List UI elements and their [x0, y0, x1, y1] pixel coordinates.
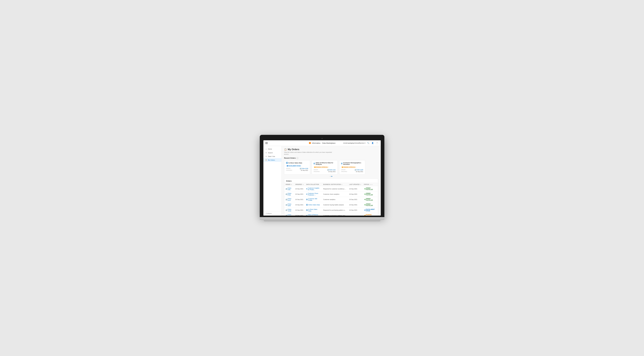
sidebar-orders-label: My Orders	[268, 159, 275, 161]
recent-orders-title: Recent Orders	[284, 157, 296, 159]
pending-dot	[364, 215, 365, 216]
user-menu[interactable]: mmodi-qastaging-fromselfservice ▾	[343, 142, 366, 144]
sidebar-item-data-i-use[interactable]: ⊙ Data I Use	[264, 154, 282, 158]
data-collection-link[interactable]: Online Sales Data	[306, 204, 321, 206]
card-2-ordered-label: ORDERED	[341, 171, 347, 172]
card-1-ordered-value: 16 Sep 2021	[328, 171, 336, 172]
card-1-ordered-row: ORDERED 16 Sep 2021	[314, 171, 336, 172]
page-title-icon: 📋	[284, 148, 287, 151]
col-status[interactable]: STATUS ⇅ ⊙	[362, 183, 378, 186]
col-last-updated[interactable]: LAST UPDATED ⇅	[348, 183, 362, 186]
order-cards-row: In-Store Sales Data FULFILLMENT STAGE OR…	[284, 160, 378, 174]
card-1-title-text: Sales & Returns Data for Analysis	[316, 162, 336, 165]
bj-cell: Required for customer excellency project…	[322, 186, 348, 192]
sidebar-nav: ⌂ Home ⊙ Search ⊙ Data I Use 📋	[264, 147, 282, 162]
recent-orders-section: Recent Orders i	[284, 157, 378, 177]
status-cell: ORDER FULFILLED	[362, 202, 378, 208]
bj-cell: Customer purchasing patterns analytics	[322, 213, 348, 216]
main-panel: 📋 My Orders View the orders and status o…	[282, 146, 381, 216]
badge-1-text: PENDING APPROVAL	[316, 166, 328, 168]
col-business-justification[interactable]: BUSINESS JUSTIFICATION ⇅	[322, 183, 348, 186]
card-0-order-label: ORDER	[286, 168, 290, 169]
svg-rect-3	[286, 162, 288, 164]
col-order[interactable]: ORDER ⇅	[284, 183, 294, 186]
dataset-small-icon	[306, 215, 307, 216]
table-row: 🔄Order-3a4b16 Sep 2021 Online Sales Data…	[284, 202, 378, 208]
card-1-order-label: ORDER	[314, 169, 318, 170]
data-icon: ⊙	[265, 156, 267, 157]
profile-button[interactable]: 👤	[371, 142, 374, 144]
order-link[interactable]: 🔄Order-5cc8	[286, 198, 293, 201]
bj-cell: Required for purchasing pattern analytic…	[322, 208, 348, 213]
product-name: Data Marketplace	[322, 142, 336, 144]
sort-ordered-icon: ⇅	[303, 184, 304, 185]
fulfilled-dot	[364, 204, 366, 205]
col-data-collection: DATA COLLECTION	[305, 183, 322, 186]
data-collection-link[interactable]: Customer Chum Prediction ...	[306, 192, 321, 196]
svg-rect-31	[306, 210, 308, 211]
order-link[interactable]: 🔄Order-c46c	[286, 187, 293, 190]
order-link[interactable]: 🔄Order-87bb	[286, 192, 293, 196]
fulfillment-dot	[364, 210, 365, 211]
app-header: i Informatica | Data Marketplace mmodi-q…	[264, 140, 381, 146]
data-collection-link[interactable]: Customer Insights for Predic...	[306, 187, 321, 190]
table-row: 🔄Order-c46c16 Sep 2021 Customer Insights…	[284, 186, 378, 192]
chevron-left-icon: ‹	[265, 213, 266, 214]
card-1-order-value[interactable]: 🔄 Order-e1dc	[327, 169, 336, 170]
card-1-title: Sales & Returns Data for Analysis	[314, 162, 336, 165]
sidebar-collapse-button[interactable]: ‹ Collapse	[264, 211, 282, 216]
col-ordered[interactable]: ORDERED ⇅	[294, 183, 305, 186]
order-link[interactable]: 🔄Order-e1dc	[286, 214, 293, 216]
last-updated-cell: 16 Sep 2021	[348, 202, 362, 208]
status-cell: ORDER FULFILLED	[362, 192, 378, 197]
sidebar-item-my-orders[interactable]: 📋 My Orders	[264, 158, 282, 162]
svg-rect-23	[306, 199, 308, 200]
card-2-title: Customer Demographics - Sensitive	[341, 162, 363, 165]
status-filter-icon[interactable]: ⊙	[372, 184, 372, 185]
order-link[interactable]: 🔄Order-3a4b	[286, 203, 293, 206]
orders-section-title: Orders	[284, 179, 378, 183]
order-card-2: Customer Demographics - Sensitive PENDIN…	[339, 160, 365, 174]
header-brand: i Informatica | Data Marketplace	[308, 142, 336, 144]
card-0-ordered-value: 16 Sep 2021	[301, 170, 308, 171]
ordered-cell: 16 Sep 2021	[294, 202, 305, 208]
badge-2-text: PENDING APPROVAL	[343, 166, 356, 168]
ordered-cell: 16 Sep 2021	[294, 192, 305, 197]
help-button[interactable]: ?	[376, 142, 379, 144]
last-updated-cell: 16 Sep 2021	[348, 197, 362, 202]
card-2-badge: PENDING APPROVAL	[341, 166, 356, 168]
badge-2-icon	[342, 167, 343, 168]
search-header-button[interactable]: 🔍	[367, 142, 370, 144]
data-collection-link[interactable]: Sales & Returns Data for An...	[306, 214, 321, 216]
sidebar-item-search[interactable]: ⊙ Search	[264, 151, 282, 154]
table-header: ORDER ⇅ ORDERED ⇅ DATA COLLE	[284, 183, 378, 186]
sort-order-icon: ⇅	[291, 184, 292, 185]
status-badge: PENDING APPROVAL	[364, 214, 376, 216]
data-collection-link[interactable]: In-Store Sales Data	[306, 208, 321, 212]
page-title: My Orders	[288, 148, 299, 151]
carousel-dot-0[interactable]	[330, 176, 331, 177]
order-card-0: In-Store Sales Data FULFILLMENT STAGE OR…	[284, 160, 310, 174]
screen: i Informatica | Data Marketplace mmodi-q…	[264, 140, 381, 216]
card-1-order-row: ORDER 🔄 Order-e1dc	[314, 169, 336, 170]
card-0-order-value[interactable]: 🔄 Order-4c9d	[300, 168, 308, 169]
table-row: 🔄Order-e1dc16 Sep 2021 Sales & Returns D…	[284, 213, 378, 216]
search-icon: ⊙	[265, 152, 267, 154]
recent-orders-info-icon[interactable]: i	[296, 157, 298, 159]
dataset-icon	[341, 162, 342, 164]
informatica-logo-icon: i	[308, 142, 311, 144]
last-updated-cell: 16 Sep 2021	[348, 208, 362, 213]
card-1-badge: PENDING APPROVAL	[314, 166, 329, 168]
apps-icon[interactable]	[266, 142, 268, 144]
dataset-small-icon	[306, 194, 307, 195]
sidebar-item-home[interactable]: ⌂ Home	[264, 147, 282, 151]
svg-rect-15	[306, 188, 307, 189]
card-2-title-text: Customer Demographics - Sensitive	[343, 162, 363, 165]
status-badge: ORDER FULFILLED	[364, 187, 376, 190]
carousel-dot-1[interactable]	[332, 176, 332, 177]
data-collection-link[interactable]: Customer 360 Profile	[306, 198, 321, 201]
fulfilled-dot	[364, 188, 366, 189]
order-link[interactable]: 🔄Order--4c9d	[286, 208, 293, 212]
card-2-order-value[interactable]: 🔄 Order-ea30	[355, 169, 363, 170]
dataset-small-icon	[306, 209, 308, 211]
